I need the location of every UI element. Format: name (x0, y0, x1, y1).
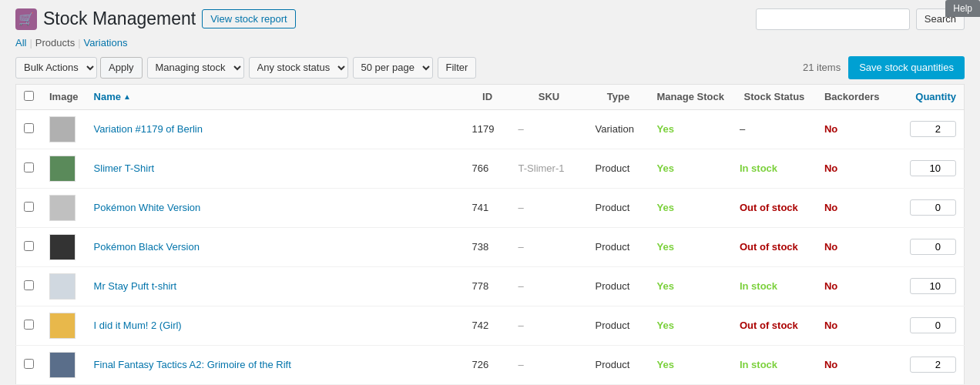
bulk-actions-area: Bulk Actions Apply (15, 57, 143, 79)
col-header-image: Image (42, 84, 86, 109)
subnav: All | Products | Variations (15, 37, 965, 49)
col-header-manage-stock: Manage Stock (649, 84, 732, 109)
row-sku-cell: – (511, 266, 588, 306)
per-page-select[interactable]: 50 per page (353, 57, 433, 79)
row-manage-stock-cell: Yes (649, 306, 732, 345)
row-checkbox[interactable] (24, 123, 34, 133)
help-button[interactable]: Help (945, 0, 980, 17)
col-header-id: ID (465, 84, 511, 109)
row-stock-status-cell: – (732, 109, 817, 149)
apply-button[interactable]: Apply (100, 57, 143, 79)
quantity-input[interactable] (910, 357, 956, 373)
row-backorders-cell: No (817, 109, 888, 149)
product-thumbnail (49, 156, 76, 182)
row-checkbox-cell (16, 109, 42, 149)
row-manage-stock-cell: Yes (649, 227, 732, 266)
row-backorders-cell: No (817, 306, 888, 345)
product-thumbnail (49, 313, 76, 339)
row-sku-cell: – (511, 188, 588, 227)
row-checkbox[interactable] (24, 320, 34, 330)
quantity-input[interactable] (910, 199, 956, 216)
row-quantity-cell (888, 306, 965, 345)
subnav-variations[interactable]: Variations (84, 37, 128, 49)
row-manage-stock-cell: Yes (649, 149, 732, 188)
product-name-link[interactable]: Variation #1179 of Berlin (94, 123, 203, 135)
row-checkbox[interactable] (24, 280, 34, 290)
col-header-name[interactable]: Name ▲ (86, 84, 465, 109)
row-sku-cell: – (511, 345, 588, 384)
row-backorders-cell: No (817, 266, 888, 306)
table-row: Variation #1179 of Berlin 1179 – Variati… (16, 109, 965, 149)
row-checkbox-cell (16, 266, 42, 306)
col-header-sku: SKU (511, 84, 588, 109)
quantity-input[interactable] (910, 160, 956, 176)
search-input[interactable] (756, 8, 910, 30)
row-quantity-cell (888, 266, 965, 306)
table-row: Final Fantasy Tactics A2: Grimoire of th… (16, 345, 965, 384)
stock-status-select[interactable]: Any stock status (249, 57, 348, 79)
product-thumbnail (49, 195, 76, 221)
row-thumb-cell (42, 306, 86, 345)
tablenav-top: Bulk Actions Apply Managing stock Any st… (15, 56, 965, 79)
row-id-cell: 766 (465, 149, 511, 188)
product-thumbnail (49, 352, 76, 378)
row-manage-stock-cell: Yes (649, 109, 732, 149)
row-backorders-cell: No (817, 345, 888, 384)
select-all-checkbox[interactable] (24, 91, 34, 101)
row-sku-cell: – (511, 109, 588, 149)
subnav-all[interactable]: All (15, 37, 26, 49)
filter-button[interactable]: Filter (438, 57, 477, 79)
subnav-sep1: | (26, 37, 35, 49)
sort-arrow-icon: ▲ (123, 92, 131, 101)
row-thumb-cell (42, 266, 86, 306)
row-checkbox[interactable] (24, 241, 34, 251)
row-quantity-cell (888, 109, 965, 149)
row-thumb-cell (42, 345, 86, 384)
product-name-link[interactable]: Final Fantasy Tactics A2: Grimoire of th… (94, 359, 291, 370)
row-stock-status-cell: In stock (732, 345, 817, 384)
row-manage-stock-cell: Yes (649, 188, 732, 227)
table-row: Slimer T-Shirt 766 T-Slimer-1 Product Ye… (16, 149, 965, 188)
product-name-link[interactable]: Pokémon White Version (94, 202, 201, 213)
row-sku-cell: – (511, 306, 588, 345)
table-row: Mr Stay Puft t-shirt 778 – Product Yes I… (16, 266, 965, 306)
quantity-input[interactable] (910, 278, 956, 294)
row-manage-stock-cell: Yes (649, 345, 732, 384)
row-checkbox-cell (16, 188, 42, 227)
row-id-cell: 738 (465, 227, 511, 266)
managing-stock-select[interactable]: Managing stock (147, 57, 244, 79)
quantity-input[interactable] (910, 239, 956, 255)
row-type-cell: Product (588, 149, 649, 188)
col-header-quantity[interactable]: Quantity (888, 84, 965, 109)
woo-icon: 🛒 (15, 8, 37, 30)
row-backorders-cell: No (817, 227, 888, 266)
row-backorders-cell: No (817, 149, 888, 188)
row-stock-status-cell: Out of stock (732, 227, 817, 266)
row-type-cell: Product (588, 188, 649, 227)
table-row: I did it Mum! 2 (Girl) 742 – Product Yes… (16, 306, 965, 345)
row-backorders-cell: No (817, 188, 888, 227)
product-thumbnail (49, 116, 76, 142)
view-stock-report-link[interactable]: View stock report (202, 9, 295, 28)
row-checkbox[interactable] (24, 202, 34, 212)
row-thumb-cell (42, 188, 86, 227)
managing-stock-area: Managing stock (147, 57, 244, 79)
product-name-link[interactable]: I did it Mum! 2 (Girl) (94, 320, 182, 331)
subnav-products[interactable]: Products (35, 37, 75, 49)
product-name-link[interactable]: Pokémon Black Version (94, 241, 200, 253)
row-checkbox-cell (16, 306, 42, 345)
row-checkbox[interactable] (24, 162, 34, 172)
row-name-cell: Final Fantasy Tactics A2: Grimoire of th… (86, 345, 465, 384)
quantity-input[interactable] (910, 121, 956, 137)
product-name-link[interactable]: Slimer T-Shirt (94, 162, 155, 174)
row-id-cell: 726 (465, 345, 511, 384)
bulk-actions-select[interactable]: Bulk Actions (15, 57, 97, 79)
product-name-link[interactable]: Mr Stay Puft t-shirt (94, 280, 177, 292)
col-qty-label: Quantity (915, 91, 956, 102)
save-stock-button[interactable]: Save stock quantities (848, 56, 965, 79)
page-title: Stock Management (43, 8, 196, 31)
row-checkbox-cell (16, 149, 42, 188)
row-checkbox[interactable] (24, 359, 34, 369)
row-thumb-cell (42, 109, 86, 149)
quantity-input[interactable] (910, 317, 956, 333)
